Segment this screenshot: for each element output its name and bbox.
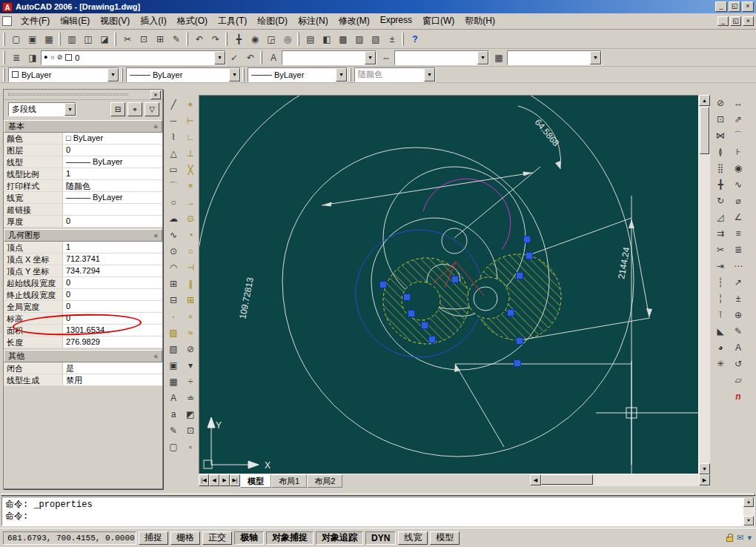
section-header-geometry[interactable]: 几何图形 «: [4, 229, 162, 242]
toolbar-grip[interactable]: [242, 68, 245, 82]
grip[interactable]: [508, 310, 514, 316]
palette-grip[interactable]: [8, 93, 128, 96]
coordinate-readout[interactable]: 681.6793, 700.4155, 0.0000: [3, 531, 136, 545]
move-icon[interactable]: ╋: [712, 176, 729, 193]
drawing-window-icon[interactable]: [2, 16, 12, 26]
canvas-horizontal-scrollbar[interactable]: ◀ ▶: [530, 474, 710, 486]
toolbar-grip[interactable]: [59, 33, 61, 46]
toolbar-grip[interactable]: [186, 33, 188, 46]
grip[interactable]: [514, 360, 521, 367]
collapse-chevron-icon[interactable]: «: [153, 231, 158, 239]
grip[interactable]: [517, 273, 523, 279]
image-icon[interactable]: ▫: [182, 439, 199, 455]
help-icon[interactable]: ?: [407, 32, 423, 47]
tab-layout1[interactable]: 布局1: [271, 474, 307, 488]
command-history[interactable]: 命令: _properties 命令: ▲ ▼: [1, 497, 755, 526]
grip[interactable]: [526, 253, 533, 259]
snap-apparent-intersection-icon[interactable]: ×: [182, 178, 199, 194]
scroll-up-icon[interactable]: ▲: [743, 497, 754, 507]
snap-extension-icon[interactable]: →: [182, 194, 199, 210]
chamfer-icon[interactable]: ◣: [712, 323, 729, 339]
color-control-dropdown[interactable]: ByLayer ▼: [8, 67, 119, 82]
quickcalc-icon[interactable]: ±: [384, 32, 400, 47]
sheet-set-manager-icon[interactable]: ▨: [351, 32, 368, 47]
tab-model[interactable]: 模型: [240, 474, 271, 488]
erase-icon[interactable]: ⊘: [712, 95, 729, 111]
toolbar-grip[interactable]: [297, 33, 299, 46]
divide-icon[interactable]: ÷: [182, 374, 199, 390]
style-icon[interactable]: ▦: [491, 50, 507, 65]
close-icon[interactable]: ×: [150, 90, 161, 99]
angular-dimension-icon[interactable]: ∠: [730, 209, 746, 225]
match-properties-icon[interactable]: ✎: [168, 32, 185, 47]
insert-block-icon[interactable]: ⊞: [165, 276, 182, 292]
command-splitter[interactable]: [1, 494, 755, 496]
chevron-down-icon[interactable]: ▼: [336, 68, 347, 82]
snap-none-icon[interactable]: ⊘: [182, 341, 199, 357]
arc-icon[interactable]: ⌒: [165, 178, 182, 194]
snap-perpendicular-icon[interactable]: ⊣: [182, 259, 199, 276]
menu-item[interactable]: 文件(F): [16, 13, 55, 30]
restore-button[interactable]: ◱: [730, 16, 741, 26]
toggle-otrack[interactable]: 对象追踪: [316, 531, 363, 545]
ellipse-arc-icon[interactable]: ◠: [165, 259, 182, 276]
style-icon[interactable]: A: [265, 50, 282, 65]
toggle-grid[interactable]: 栅格: [170, 531, 200, 545]
scrollbar-track[interactable]: [699, 155, 710, 463]
section-header-other[interactable]: 其他 «: [4, 350, 162, 362]
chevron-down-icon[interactable]: ▼: [107, 68, 119, 82]
chevron-down-icon[interactable]: ▼: [64, 103, 76, 116]
aligned-dimension-icon[interactable]: ⇗: [730, 111, 746, 127]
toolbar-grip[interactable]: [3, 33, 5, 46]
diameter-dimension-icon[interactable]: ⌀: [730, 193, 746, 209]
multiline-text-icon[interactable]: A: [165, 390, 182, 406]
continue-dimension-icon[interactable]: ⋯: [730, 258, 746, 274]
construction-line-icon[interactable]: ─: [165, 113, 182, 129]
canvas-vertical-scrollbar[interactable]: ▲ ▼: [699, 95, 710, 474]
edit-text-icon[interactable]: ✎: [165, 422, 182, 439]
revision-cloud-icon[interactable]: ☁: [165, 210, 182, 227]
snap-from-icon[interactable]: ⊢: [182, 113, 199, 129]
paste-icon[interactable]: ⊞: [152, 32, 168, 47]
toolbar-lock-icon[interactable]: [726, 537, 733, 542]
menu-item[interactable]: 格式(O): [172, 13, 213, 30]
gradient-icon[interactable]: ▧: [165, 341, 182, 357]
toggle-lwt[interactable]: 线宽: [398, 531, 428, 545]
scroll-down-icon[interactable]: ▼: [743, 516, 754, 526]
chevron-down-icon[interactable]: ▼: [229, 68, 240, 82]
quick-select-button[interactable]: ▽: [145, 102, 159, 116]
scale-icon[interactable]: ◿: [712, 209, 729, 225]
designcenter-icon[interactable]: ◧: [319, 32, 335, 47]
ordinate-dimension-icon[interactable]: ⊦: [730, 144, 746, 160]
menu-item[interactable]: 标注(N): [293, 13, 334, 30]
plot-preview-icon[interactable]: ◫: [80, 32, 96, 47]
scrollbar-thumb[interactable]: [700, 107, 709, 154]
layer-states-icon[interactable]: ◨: [24, 50, 41, 65]
style-dropdown[interactable]: ▼: [507, 50, 602, 65]
jogged-dimension-icon[interactable]: ∿: [730, 176, 746, 193]
dimension-text-edit-icon[interactable]: A: [730, 339, 746, 356]
toggle-model[interactable]: 模型: [430, 531, 460, 545]
measure-icon[interactable]: ≐: [182, 390, 199, 406]
snap-insert-icon[interactable]: ⊞: [182, 292, 199, 308]
pan-icon[interactable]: ╋: [231, 32, 247, 47]
boundary-icon[interactable]: ▢: [165, 439, 182, 455]
fillet-icon[interactable]: ◕: [712, 339, 729, 356]
toolbar-grip[interactable]: [114, 33, 116, 46]
toolbar-grip[interactable]: [121, 68, 123, 82]
explode-icon[interactable]: ✳: [712, 356, 729, 372]
ole-object-icon[interactable]: n: [730, 388, 746, 405]
communication-center-icon[interactable]: ✉: [737, 533, 743, 543]
scrollbar-track[interactable]: [593, 474, 699, 486]
osnap-settings-icon[interactable]: ▾: [182, 357, 199, 374]
grip[interactable]: [408, 311, 415, 317]
make-object-layer-current-icon[interactable]: ✓: [226, 50, 242, 65]
arc-length-dimension-icon[interactable]: ⌒: [730, 127, 746, 144]
join-icon[interactable]: ⊺: [712, 307, 729, 323]
dimension-update-icon[interactable]: ↺: [730, 356, 746, 372]
small-circle-center[interactable]: [442, 228, 467, 253]
circle-icon[interactable]: ○: [165, 194, 182, 210]
style-dropdown[interactable]: ▼: [282, 50, 377, 65]
dimension-edit-icon[interactable]: ✎: [730, 323, 746, 339]
stretch-icon[interactable]: ⇉: [712, 225, 729, 242]
